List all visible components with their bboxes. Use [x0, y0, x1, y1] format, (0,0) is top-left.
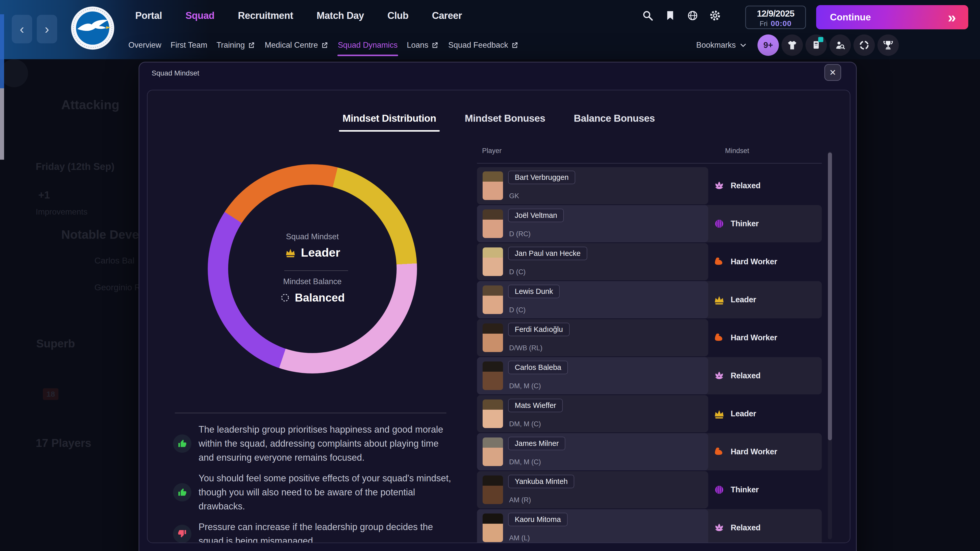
search-icon[interactable]	[642, 10, 654, 21]
main-nav-item[interactable]: Recruitment	[238, 10, 293, 21]
player-cell[interactable]: Carlos Baleba DM, M (C)	[477, 357, 708, 394]
table-row[interactable]: Carlos Baleba DM, M (C) Relaxed	[477, 357, 822, 394]
player-name[interactable]: Carlos Baleba	[508, 361, 568, 374]
player-cell[interactable]: Joël Veltman D (RC)	[477, 205, 708, 242]
external-link-icon	[247, 41, 256, 49]
table-row[interactable]: Joël Veltman D (RC) Thinker	[477, 205, 822, 242]
day-value: Fri	[759, 20, 767, 27]
trophy-icon	[883, 40, 894, 51]
sub-nav-label: First Team	[170, 41, 207, 50]
player-name[interactable]: Lewis Dunk	[508, 285, 560, 298]
gear-icon[interactable]	[709, 10, 721, 21]
game-date[interactable]: 12/9/2025 Fri00:00	[745, 6, 806, 29]
player-name[interactable]: Joël Veltman	[508, 209, 564, 222]
player-cell[interactable]: Kaoru Mitoma AM (L)	[477, 509, 708, 543]
sub-nav-item[interactable]: Overview	[128, 31, 161, 59]
table-row[interactable]: Kaoru Mitoma AM (L) Relaxed	[477, 509, 822, 543]
bg-players-count: 17 Players	[36, 437, 91, 449]
main-nav-item[interactable]: Squad	[186, 10, 215, 21]
relaxed-icon	[713, 370, 725, 382]
sub-nav-item[interactable]: Loans	[407, 31, 439, 59]
sub-nav-item[interactable]: Squad Feedback	[448, 31, 519, 59]
hard-worker-icon	[713, 446, 725, 457]
player-name[interactable]: Mats Wieffer	[508, 399, 563, 412]
sub-nav-item[interactable]: First Team	[170, 31, 207, 59]
sub-nav-item[interactable]: Squad Dynamics	[338, 31, 398, 59]
sync-button[interactable]	[853, 35, 875, 56]
background-edge-strip-grey	[0, 88, 4, 160]
top-bar: ‹ › PortalSquadRecruitmentMatch DayClubC…	[0, 0, 980, 59]
modal-tab[interactable]: Mindset Distribution	[339, 113, 440, 132]
player-position: DM, M (C)	[509, 458, 541, 466]
time-value: 00:00	[771, 19, 792, 27]
player-avatar	[483, 248, 503, 276]
continue-button[interactable]: Continue »	[816, 5, 968, 29]
sub-nav-item[interactable]: Training	[216, 31, 256, 59]
secondary-nav-bar: Overview First Team Training Med	[0, 31, 980, 59]
bookmarks-dropdown[interactable]: Bookmarks	[696, 31, 747, 59]
table-row[interactable]: Yankuba Minteh AM (R) Thinker	[477, 471, 822, 508]
player-cell[interactable]: Ferdi Kadıoğlu D/WB (RL)	[477, 319, 708, 356]
player-name[interactable]: Yankuba Minteh	[508, 475, 574, 488]
player-cell[interactable]: Jan Paul van Hecke D (C)	[477, 243, 708, 280]
table-row[interactable]: Bart Verbruggen GK Relaxed	[477, 167, 822, 204]
player-avatar	[483, 362, 503, 390]
player-cell[interactable]: James Milner DM, M (C)	[477, 433, 708, 470]
table-row[interactable]: Jan Paul van Hecke D (C) Hard Worker	[477, 243, 822, 280]
modal-title: Squad Mindset	[151, 69, 199, 77]
player-cell[interactable]: Bart Verbruggen GK	[477, 167, 708, 204]
bookmarks-label: Bookmarks	[696, 41, 736, 50]
close-icon[interactable]: ×	[824, 64, 841, 81]
scouting-button[interactable]	[829, 35, 851, 56]
bg-player-name: Carlos Bal	[94, 256, 135, 265]
modal-tab[interactable]: Balance Bonuses	[570, 113, 659, 132]
competitions-button[interactable]	[877, 35, 899, 56]
balance-icon	[280, 292, 290, 303]
player-cell[interactable]: Mats Wieffer DM, M (C)	[477, 395, 708, 432]
profile-card-button[interactable]	[805, 35, 827, 56]
player-name[interactable]: Bart Verbruggen	[508, 171, 575, 184]
shirt-icon	[787, 40, 798, 51]
player-cell[interactable]: Yankuba Minteh AM (R)	[477, 471, 708, 508]
thinker-icon	[713, 484, 725, 495]
squad-mindset-modal: Squad Mindset × Mindset DistributionMind…	[138, 62, 857, 551]
player-avatar	[483, 475, 503, 504]
crown-icon	[285, 247, 296, 259]
table-row[interactable]: Ferdi Kadıoğlu D/WB (RL) Hard Worker	[477, 319, 822, 356]
mindset-label: Thinker	[731, 219, 759, 228]
globe-icon[interactable]	[687, 10, 698, 21]
table-row[interactable]: Mats Wieffer DM, M (C) Leader	[477, 395, 822, 432]
bookmark-icon[interactable]	[664, 10, 676, 21]
background-edge-strip-blue	[0, 14, 4, 88]
mindset-label: Relaxed	[731, 181, 760, 190]
main-nav-item[interactable]: Career	[432, 10, 462, 21]
bullets-divider	[175, 413, 446, 413]
player-name[interactable]: Jan Paul van Hecke	[508, 247, 587, 260]
player-name[interactable]: Kaoru Mitoma	[508, 513, 568, 526]
player-cell[interactable]: Lewis Dunk D (C)	[477, 281, 708, 318]
player-avatar	[483, 400, 503, 428]
center-label-squad-mindset: Squad Mindset	[208, 232, 417, 241]
scrollbar-thumb[interactable]	[828, 152, 832, 440]
table-row[interactable]: Lewis Dunk D (C) Leader	[477, 281, 822, 318]
card-badge	[818, 37, 823, 42]
inbox-notifications-button[interactable]: 9+	[757, 35, 779, 56]
squad-shirt-button[interactable]	[781, 35, 803, 56]
main-nav-item[interactable]: Match Day	[317, 10, 364, 21]
player-name[interactable]: Ferdi Kadıoğlu	[508, 323, 570, 336]
modal-tab[interactable]: Mindset Bonuses	[461, 113, 549, 132]
app-window: ‹ › PortalSquadRecruitmentMatch DayClubC…	[0, 0, 980, 551]
player-avatar	[483, 171, 503, 200]
table-row[interactable]: James Milner DM, M (C) Hard Worker	[477, 433, 822, 470]
main-nav-item[interactable]: Club	[387, 10, 408, 21]
sub-nav-item[interactable]: Medical Centre	[265, 31, 328, 59]
relaxed-icon	[713, 180, 725, 192]
mindset-label: Hard Worker	[731, 447, 777, 456]
thumbs-up-icon	[173, 483, 191, 502]
notification-badge: 9+	[763, 40, 773, 50]
mindset-effect-item: The leadership group prioritises happine…	[173, 422, 451, 465]
player-name[interactable]: James Milner	[508, 437, 565, 450]
main-nav-item[interactable]: Portal	[135, 10, 162, 21]
modal-panel: Mindset DistributionMindset BonusesBalan…	[147, 90, 850, 543]
sub-nav-label: Squad Dynamics	[338, 41, 398, 50]
